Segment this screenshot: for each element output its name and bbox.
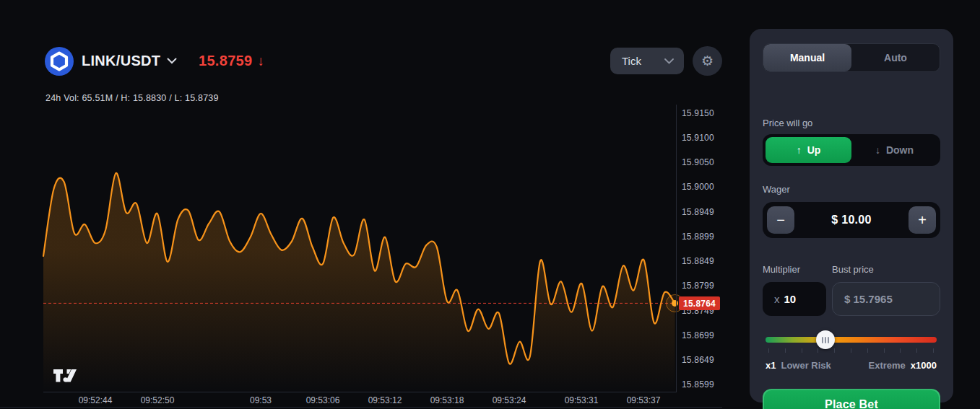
price-axis-tick: 15.8799	[682, 281, 714, 291]
price-axis-tick: 15.8649	[682, 355, 714, 365]
risk-slider-track[interactable]	[766, 337, 937, 343]
price-axis-tick: 15.8949	[682, 207, 714, 217]
slider-tick-mark	[851, 348, 851, 353]
time-axis-tick: 09:53:06	[298, 395, 348, 405]
market-stats: 24h Vol: 65.51M / H: 15.8830 / L: 15.873…	[45, 93, 219, 103]
tab-manual[interactable]: Manual	[763, 44, 851, 71]
place-bet-button[interactable]: Place Bet	[763, 389, 940, 409]
chart-bottom-border	[0, 407, 722, 408]
time-axis-tick: 09:52:44	[70, 395, 121, 405]
max-multiplier: x1000	[911, 360, 937, 371]
chevron-down-icon	[664, 58, 674, 64]
direction-toggle: ↑ Up ↓ Down	[763, 134, 940, 166]
slider-tick-mark	[768, 348, 769, 353]
multiplier-input[interactable]: x 10	[763, 282, 826, 316]
wager-increase-button[interactable]: +	[909, 206, 936, 234]
price-axis-tick: 15.8599	[682, 379, 714, 390]
price-axis-tick: 15.9150	[682, 108, 714, 118]
bust-price-label: Bust price	[832, 264, 874, 275]
price-axis-tick: 15.9000	[682, 182, 714, 192]
time-axis-tick: 09:53:31	[556, 395, 607, 405]
slider-tick-mark	[818, 348, 818, 353]
wager-label: Wager	[763, 184, 790, 195]
interval-value: Tick	[622, 55, 641, 67]
slider-tick-mark	[933, 348, 934, 353]
arrow-down-icon: ↓	[875, 144, 880, 156]
price-axis-tick: 15.8699	[682, 330, 714, 340]
bust-price-field: $ 15.7965	[832, 282, 940, 316]
last-price-dot	[672, 300, 678, 307]
pair-name: LINK/USDT	[82, 53, 160, 69]
price-axis-tick: 15.8899	[682, 232, 714, 242]
time-axis-tick: 09:52:50	[132, 395, 183, 405]
pair-selector[interactable]: LINK/USDT	[45, 46, 177, 76]
settings-button[interactable]: ⚙	[693, 46, 722, 76]
slider-tick-mark	[867, 348, 868, 353]
price-axis-tick: 15.9050	[682, 157, 714, 167]
minus-icon: −	[776, 212, 785, 229]
chainlink-logo-icon	[45, 47, 74, 76]
tab-auto[interactable]: Auto	[851, 44, 940, 71]
time-axis-line	[43, 392, 677, 392]
arrow-up-icon: ↑	[797, 144, 802, 156]
plus-icon: +	[918, 212, 927, 229]
up-button[interactable]: ↑ Up	[766, 137, 851, 163]
time-axis-tick: 09:53:12	[360, 395, 410, 405]
slider-tick-mark	[834, 348, 835, 353]
gear-icon: ⚙	[701, 54, 714, 68]
slider-tick-mark	[916, 348, 917, 353]
wager-decrease-button[interactable]: −	[767, 206, 794, 234]
interval-dropdown[interactable]: Tick	[610, 48, 684, 74]
chevron-down-icon	[167, 58, 177, 64]
risk-slider-thumb[interactable]	[816, 330, 835, 349]
direction-label: Price will go	[763, 118, 812, 128]
price-down-arrow-icon: ↓	[257, 53, 264, 69]
wager-value[interactable]: $ 10.00	[831, 214, 871, 227]
extreme-label: Extreme	[869, 360, 906, 371]
time-axis-tick: 09:53	[235, 395, 286, 405]
tradingview-logo[interactable]	[53, 369, 77, 384]
slider-tick-mark	[884, 348, 885, 353]
last-price: 15.8759 ↓	[199, 46, 264, 76]
time-axis-tick: 09:53:18	[422, 395, 472, 405]
slider-tick-mark	[785, 348, 786, 353]
price-axis-tick: 15.8849	[682, 256, 714, 266]
price-axis-line	[676, 105, 677, 392]
bust-price-value: $ 15.7965	[844, 293, 893, 305]
multiplier-label: Multiplier	[763, 264, 800, 275]
time-axis-tick: 09:53:37	[618, 395, 669, 405]
mode-tabs: Manual Auto	[763, 43, 940, 72]
app-root: 15.915015.910015.905015.900015.894915.88…	[0, 0, 980, 409]
down-button[interactable]: ↓ Down	[851, 137, 937, 163]
multiplier-value: 10	[784, 293, 797, 305]
time-axis-tick: 09:53:24	[484, 395, 534, 405]
current-price-badge: 15.8764	[679, 296, 720, 310]
min-multiplier: x1	[766, 360, 776, 371]
risk-labels: x1 Lower Risk Extreme x1000	[766, 360, 937, 371]
bet-panel: Manual Auto Price will go ↑ Up ↓ Down Wa…	[750, 29, 953, 403]
slider-tick-mark	[900, 348, 901, 353]
lower-risk-label: Lower Risk	[781, 360, 831, 371]
price-axis-tick: 15.9100	[682, 133, 714, 143]
slider-tick-mark	[802, 348, 802, 353]
wager-input[interactable]: − $ 10.00 +	[763, 202, 940, 238]
